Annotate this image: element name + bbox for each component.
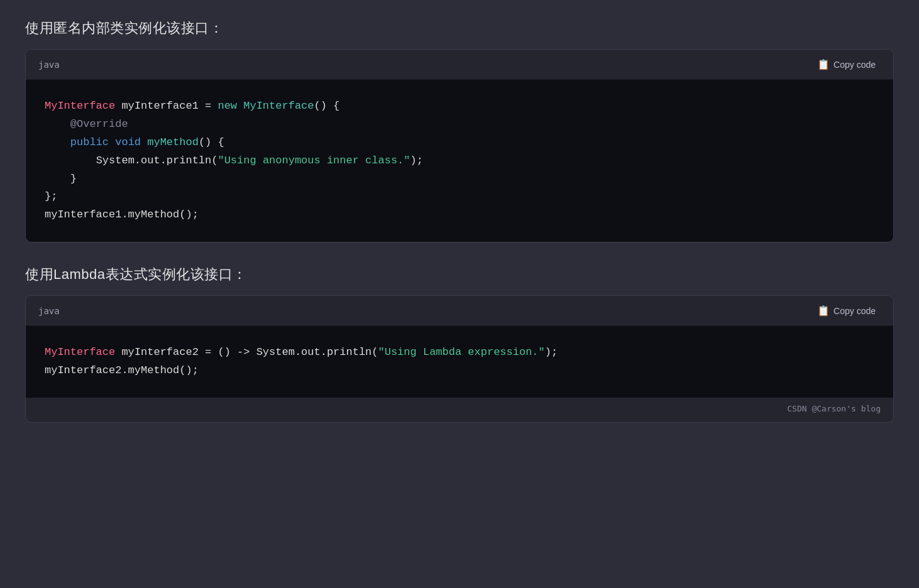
copy-button-1[interactable]: 📋 Copy code xyxy=(812,56,881,73)
code-header-2: java 📋 Copy code xyxy=(26,296,893,326)
copy-label-1: Copy code xyxy=(834,60,876,70)
code-pre-1: MyInterface myInterface1 = new MyInterfa… xyxy=(45,97,874,224)
code-block-1: java 📋 Copy code MyInterface myInterface… xyxy=(25,49,894,242)
section2-title: 使用Lambda表达式实例化该接口： xyxy=(25,265,894,284)
code-content-2: MyInterface myInterface2 = () -> System.… xyxy=(26,326,893,398)
watermark: CSDN @Carson's blog xyxy=(26,398,893,422)
copy-button-2[interactable]: 📋 Copy code xyxy=(812,302,881,319)
code-lang-2: java xyxy=(38,306,60,316)
code-block-2: java 📋 Copy code MyInterface myInterface… xyxy=(25,295,894,423)
copy-icon-2: 📋 xyxy=(817,305,830,317)
code-header-1: java 📋 Copy code xyxy=(26,50,893,80)
section1-title: 使用匿名内部类实例化该接口： xyxy=(25,19,894,38)
copy-icon-1: 📋 xyxy=(817,58,830,70)
code-lang-1: java xyxy=(38,60,60,70)
copy-label-2: Copy code xyxy=(834,306,876,316)
code-content-1: MyInterface myInterface1 = new MyInterfa… xyxy=(26,80,893,242)
code-pre-2: MyInterface myInterface2 = () -> System.… xyxy=(45,344,874,380)
